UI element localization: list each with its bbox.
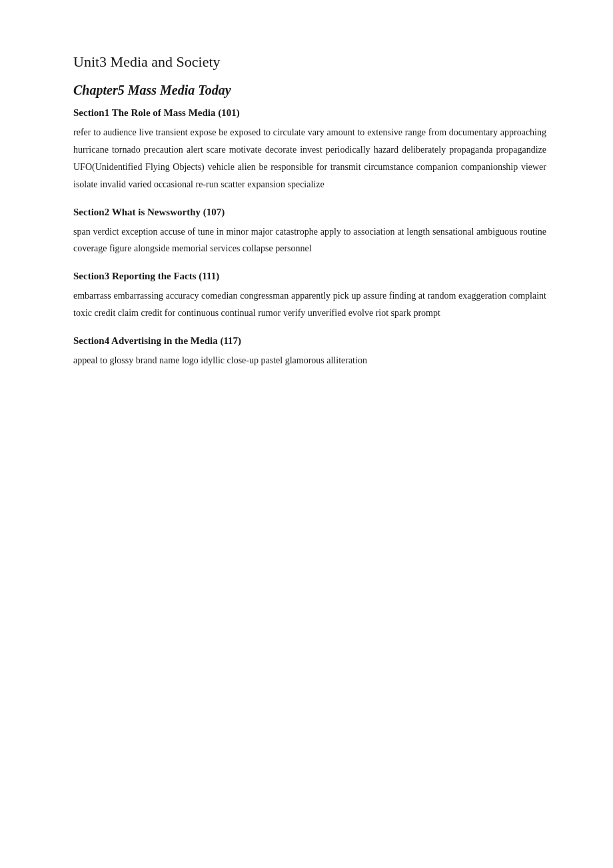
vocab-block-4: appeal to glossy brand name logo idyllic… [73,352,546,369]
section-block-2: Section2 What is Newsworthy (107)span ve… [73,207,546,258]
chapter-title: Chapter5 Mass Media Today [73,83,546,98]
vocab-block-1: refer to audience live transient expose … [73,124,546,193]
page-title: Unit3 Media and Society [73,53,546,71]
section-block-1: Section1 The Role of Mass Media (101)ref… [73,107,546,193]
vocab-block-3: embarrass embarrassing accuracy comedian… [73,287,546,322]
section-block-4: Section4 Advertising in the Media (117)a… [73,335,546,369]
section-title-3: Section3 Reporting the Facts (111) [73,271,546,282]
section-title-2: Section2 What is Newsworthy (107) [73,207,546,218]
vocab-block-2: span verdict exception accuse of tune in… [73,223,546,258]
section-title-4: Section4 Advertising in the Media (117) [73,335,546,347]
section-title-1: Section1 The Role of Mass Media (101) [73,107,546,119]
section-block-3: Section3 Reporting the Facts (111)embarr… [73,271,546,322]
